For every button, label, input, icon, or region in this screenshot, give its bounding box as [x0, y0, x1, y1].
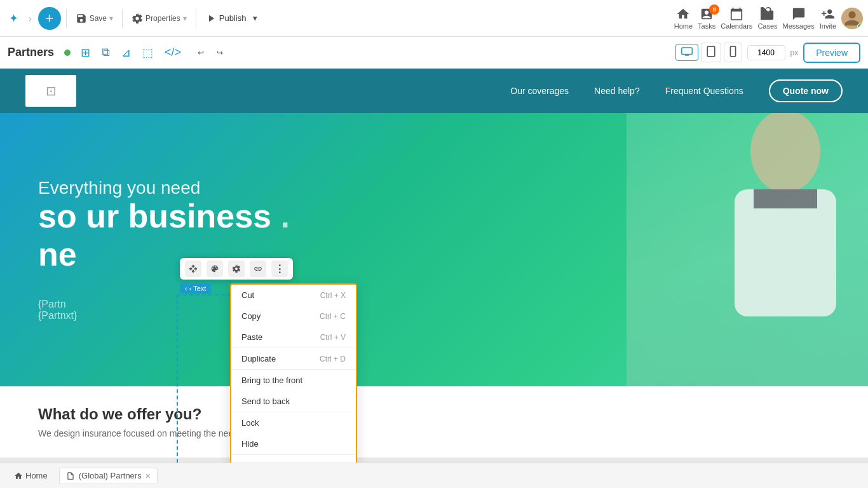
toolbar2-icons: ⊞ ⧉ ⊿ ⬚ </>	[78, 43, 184, 62]
tab-close-button[interactable]: ×	[146, 471, 151, 481]
ctx-paste[interactable]: Paste Ctrl + V	[231, 327, 356, 348]
ctx-cut[interactable]: Cut Ctrl + X	[231, 285, 356, 306]
add-button[interactable]: +	[38, 7, 61, 30]
site-logo: ⊡	[25, 75, 76, 107]
quote-now-button[interactable]: Quote now	[769, 79, 843, 102]
ctx-delete[interactable]: Delete Supr	[231, 455, 356, 463]
invite-nav-label: Invite	[820, 22, 836, 30]
home-tab-icon	[14, 471, 23, 480]
hero-person-image	[627, 113, 868, 386]
home-tab[interactable]: Home	[8, 468, 54, 483]
nav-link-help[interactable]: Need help?	[594, 86, 640, 96]
toolbar-left: ✦ › + Save ▾ Properties ▾ Publish ▾	[5, 7, 674, 30]
save-button[interactable]: Save ▾	[72, 10, 117, 27]
cases-nav-label: Cases	[757, 22, 777, 30]
cases-icon	[761, 7, 775, 21]
ctx-send-back[interactable]: Send to back	[231, 391, 356, 412]
float-toolbar: ⋮	[180, 258, 293, 280]
tablet-view-icon	[707, 46, 715, 57]
publish-chevron-button[interactable]: ▾	[251, 11, 259, 25]
properties-icon	[132, 13, 143, 24]
messages-nav-label: Messages	[783, 22, 815, 30]
online-indicator	[857, 24, 862, 29]
page-title: Partners	[8, 46, 54, 59]
back-button[interactable]: ✦	[5, 9, 22, 28]
publish-label: Publish	[219, 13, 247, 23]
ctx-lock[interactable]: Lock	[231, 412, 356, 433]
website-frame: ⊡ Our coverages Need help? Frequent Ques…	[0, 69, 868, 458]
person-silhouette-svg	[627, 113, 868, 386]
active-tab[interactable]: (Global) Partners ×	[59, 468, 158, 484]
site-section: What do we offer you? We design insuranc…	[0, 386, 868, 458]
mobile-view-button[interactable]	[724, 43, 742, 62]
desktop-view-button[interactable]	[675, 44, 698, 61]
tab-page-icon	[66, 471, 75, 480]
preview-button[interactable]: Preview	[803, 43, 860, 63]
width-input[interactable]: 1400	[747, 45, 785, 60]
divider1	[66, 9, 67, 28]
canvas-area: ⊡ Our coverages Need help? Frequent Ques…	[0, 69, 868, 463]
nav-tasks[interactable]: 9 Tasks	[698, 7, 715, 30]
svg-rect-0	[681, 48, 692, 55]
ctx-hide[interactable]: Hide	[231, 433, 356, 454]
nav-home[interactable]: Home	[674, 7, 693, 30]
svg-rect-2	[707, 46, 714, 57]
properties-label: Properties	[146, 14, 180, 23]
logo-placeholder-icon: ⊡	[46, 83, 57, 98]
second-toolbar: Partners ⊞ ⧉ ⊿ ⬚ </> ↩ ↪ 1400 px Preview	[0, 37, 868, 69]
undo-button[interactable]: ↩	[194, 46, 208, 60]
navigation-icon[interactable]: ⊿	[119, 43, 133, 62]
user-avatar[interactable]	[841, 8, 863, 29]
text-element-label[interactable]: ‹‹ Text	[180, 283, 211, 294]
layers-icon[interactable]: ⧉	[99, 43, 112, 62]
ft-move-icon[interactable]	[185, 261, 201, 277]
tasks-nav-label: Tasks	[698, 22, 715, 30]
ft-link-icon[interactable]	[250, 261, 266, 277]
svg-rect-3	[730, 46, 735, 57]
home-nav-label: Home	[674, 22, 693, 30]
redo-button[interactable]: ↪	[213, 46, 227, 60]
home-tab-label: Home	[25, 471, 48, 480]
ft-palette-icon[interactable]	[207, 261, 223, 277]
nav-messages[interactable]: Messages	[783, 7, 815, 30]
active-tab-label: (Global) Partners	[79, 471, 142, 480]
tasks-badge: 9	[709, 4, 719, 15]
nav-link-faq[interactable]: Frequent Questions	[665, 86, 743, 96]
mobile-view-icon	[729, 46, 736, 57]
properties-button[interactable]: Properties ▾	[128, 10, 191, 27]
grid-icon[interactable]: ⊞	[78, 43, 93, 62]
calendars-nav-label: Calendars	[721, 22, 752, 30]
home-icon	[676, 7, 690, 21]
nav-link-coverages[interactable]: Our coverages	[510, 86, 569, 96]
calendars-icon	[729, 7, 743, 21]
nav-cases[interactable]: Cases	[757, 7, 777, 30]
ft-settings-icon[interactable]	[228, 261, 245, 277]
save-chevron: ▾	[109, 14, 113, 23]
hero-title-line1: so ur business .	[38, 198, 290, 234]
publish-button[interactable]: Publish	[201, 10, 250, 27]
nav-invite[interactable]: Invite	[820, 7, 836, 30]
status-bar: Home (Global) Partners ×	[0, 463, 868, 488]
nav-calendars[interactable]: Calendars	[721, 7, 752, 30]
top-toolbar: ✦ › + Save ▾ Properties ▾ Publish ▾	[0, 0, 868, 37]
publish-wrap: Publish ▾	[201, 10, 260, 27]
tablet-view-button[interactable]	[701, 43, 721, 62]
invite-icon	[821, 7, 835, 21]
divider3	[196, 9, 196, 28]
site-nav: ⊡ Our coverages Need help? Frequent Ques…	[0, 69, 868, 113]
code-icon[interactable]: </>	[162, 43, 184, 62]
desktop-view-icon	[681, 47, 693, 56]
ft-more-icon[interactable]: ⋮	[271, 261, 288, 277]
ctx-duplicate[interactable]: Duplicate Ctrl + D	[231, 348, 356, 369]
svg-rect-6	[754, 189, 817, 208]
forward-button[interactable]: ›	[25, 11, 36, 26]
page-status-dot	[64, 50, 71, 56]
selection-icon[interactable]: ⬚	[140, 43, 156, 62]
site-hero: Everything you need so ur business . ne …	[0, 113, 868, 386]
view-buttons	[675, 43, 742, 62]
ctx-copy[interactable]: Copy Ctrl + C	[231, 306, 356, 327]
toolbar-right: Home 9 Tasks Calendars Cases Messages In…	[674, 7, 863, 30]
divider2	[122, 9, 123, 28]
ctx-bring-front[interactable]: Bring to the front	[231, 370, 356, 391]
messages-icon	[792, 7, 806, 21]
